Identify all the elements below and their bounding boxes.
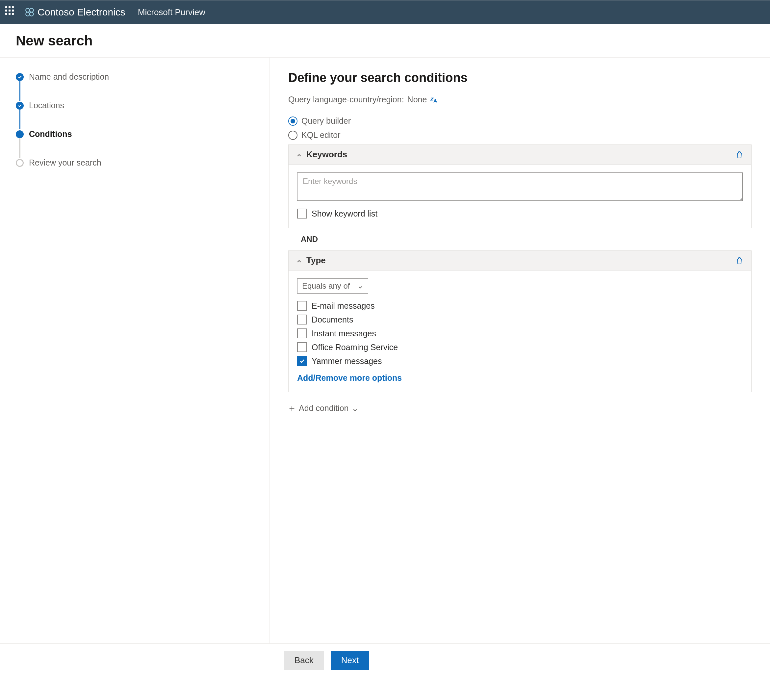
type-option-email[interactable]: E-mail messages [297,301,742,311]
mode-query-builder[interactable]: Query builder [288,116,752,126]
global-header: Contoso Electronics Microsoft Purview [0,0,770,24]
card-title: Type [306,255,326,266]
step-locations[interactable]: Locations [16,101,256,129]
type-operator-select[interactable]: Equals any of [297,279,368,293]
app-launcher-icon[interactable] [5,6,17,18]
mode-kql-editor[interactable]: KQL editor [288,130,752,140]
checkbox-icon [297,314,307,324]
checkbox-label: E-mail messages [312,301,375,311]
type-option-instant-messages[interactable]: Instant messages [297,329,742,338]
chevron-down-icon [358,283,363,289]
checkbox-label: Yammer messages [312,356,382,366]
step-name-and-description[interactable]: Name and description [16,72,256,101]
chevron-down-icon [352,405,358,412]
svg-point-3 [30,12,34,16]
query-language-label: Query language-country/region: [288,95,404,104]
back-button[interactable]: Back [284,651,324,670]
add-condition-label: Add condition [299,403,349,413]
checkbox-label: Documents [312,315,353,324]
radio-label: Query builder [301,116,351,126]
type-card-header[interactable]: Type [289,251,751,271]
checkbox-icon [297,329,307,338]
step-label: Review your search [29,158,101,167]
chevron-up-icon [296,258,302,264]
keywords-card-header[interactable]: Keywords [289,145,751,165]
add-condition-button[interactable]: Add condition [288,403,752,413]
svg-point-2 [26,12,30,16]
radio-label: KQL editor [301,130,341,140]
check-icon [16,73,24,81]
page-title: New search [16,33,754,49]
org-logo-icon [25,8,34,17]
next-button[interactable]: Next [331,651,369,670]
org-name[interactable]: Contoso Electronics [37,6,125,18]
keywords-card: Keywords Show keyword list [288,144,752,228]
translate-icon[interactable] [430,96,437,103]
type-option-office-roaming[interactable]: Office Roaming Service [297,342,742,352]
step-label: Conditions [29,129,72,139]
radio-icon [288,131,298,140]
type-options-list: E-mail messages Documents Instant messag… [297,301,742,366]
wizard-stepper: Name and description Locations Condition… [0,58,270,643]
type-option-yammer[interactable]: Yammer messages [297,356,742,366]
type-option-documents[interactable]: Documents [297,314,742,324]
chevron-up-icon [296,151,302,158]
select-value: Equals any of [302,281,350,291]
delete-icon[interactable] [735,150,744,159]
type-card: Type Equals any of [288,250,752,392]
checkbox-label: Show keyword list [312,209,377,219]
radio-icon [288,117,298,126]
product-name[interactable]: Microsoft Purview [138,7,205,18]
checkbox-icon [297,356,307,366]
query-language-row[interactable]: Query language-country/region: None [288,95,752,104]
delete-icon[interactable] [735,256,744,265]
section-heading: Define your search conditions [288,71,752,85]
step-label: Locations [29,101,64,110]
condition-operator: AND [288,228,752,250]
keywords-input[interactable] [297,172,742,201]
step-review[interactable]: Review your search [16,158,256,167]
add-remove-options-link[interactable]: Add/Remove more options [297,373,742,383]
query-language-value: None [408,95,427,104]
step-conditions[interactable]: Conditions [16,129,256,158]
checkbox-label: Office Roaming Service [312,343,398,352]
plus-icon [288,405,296,412]
checkbox-icon [297,342,307,352]
page-title-row: New search [0,24,770,58]
card-title: Keywords [306,149,347,160]
current-step-icon [16,130,24,138]
checkbox-icon [297,209,307,219]
svg-point-1 [30,8,34,12]
show-keyword-list-checkbox[interactable]: Show keyword list [297,209,742,219]
main-panel: Define your search conditions Query lang… [270,58,770,643]
svg-point-0 [26,8,30,12]
wizard-footer: Back Next [0,643,770,682]
check-icon [16,102,24,110]
checkbox-label: Instant messages [312,329,376,338]
checkbox-icon [297,301,307,311]
pending-step-icon [16,159,24,167]
step-label: Name and description [29,72,109,82]
